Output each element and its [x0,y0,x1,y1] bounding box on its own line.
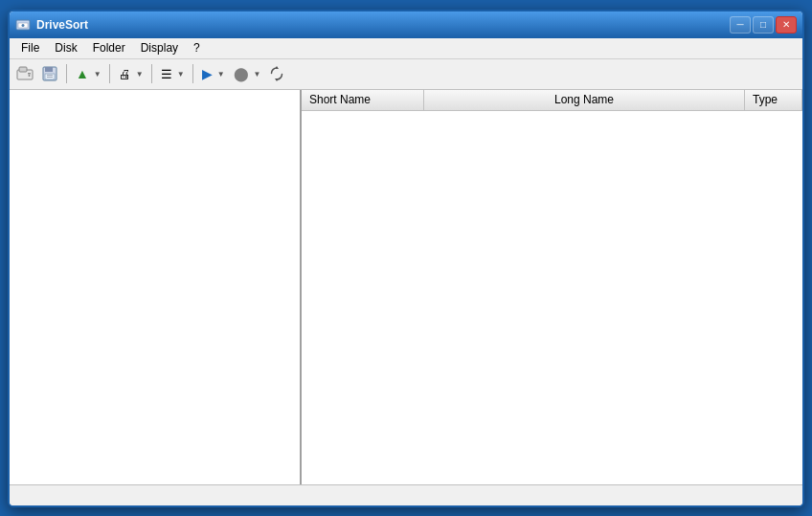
toolbar: ▲ ▼ 🖨 ▼ ☰ ▼ ▶ ▼ ⬤ ▼ [10,59,802,90]
svg-rect-4 [19,67,27,72]
column-header-short-name[interactable]: Short Name [302,90,424,110]
minimize-button[interactable]: ─ [730,16,751,34]
column-header-type[interactable]: Type [745,90,802,110]
view-icon: ☰ [158,67,175,81]
svg-rect-10 [47,75,53,76]
dropdown-arrow-3: ▼ [175,70,187,79]
toolbar-separator-4 [192,64,193,83]
close-button[interactable]: ✕ [776,16,797,34]
refresh-button[interactable] [265,62,288,85]
toolbar-separator-3 [151,64,152,83]
stop-dropdown[interactable]: ⬤ ▼ [230,62,264,85]
toolbar-separator-2 [109,64,110,83]
menu-display[interactable]: Display [133,39,186,56]
menu-disk[interactable]: Disk [47,39,84,56]
dropdown-arrow-4: ▼ [215,70,227,79]
left-panel [10,90,302,484]
export-dropdown[interactable]: 🖨 ▼ [115,62,147,85]
dropdown-arrow-5: ▼ [252,70,263,79]
title-controls: ─ □ ✕ [730,16,797,34]
status-bar [10,484,802,505]
open-drive-button[interactable] [13,62,36,85]
stop-icon: ⬤ [231,66,252,81]
dropdown-arrow-2: ▼ [134,70,146,79]
window-title: DriveSort [36,18,88,32]
menu-file[interactable]: File [13,39,47,56]
play-dropdown[interactable]: ▶ ▼ [198,62,228,85]
title-bar: DriveSort ─ □ ✕ [10,11,802,38]
file-list [302,111,802,484]
column-headers: Short Name Long Name Type [302,90,802,111]
dropdown-arrow-1: ▼ [92,70,103,79]
svg-rect-8 [45,67,53,72]
menu-help[interactable]: ? [186,39,208,56]
svg-point-2 [22,24,25,27]
content-area: Short Name Long Name Type [10,90,802,484]
right-panel: Short Name Long Name Type [302,90,802,484]
column-header-long-name[interactable]: Long Name [424,90,745,110]
maximize-button[interactable]: □ [753,16,774,34]
export-icon: 🖨 [116,67,134,81]
svg-point-6 [29,75,31,77]
svg-rect-11 [47,77,53,78]
nav-up-dropdown[interactable]: ▲ ▼ [72,62,104,85]
save-button[interactable] [38,62,61,85]
menu-bar: File Disk Folder Display ? [10,38,802,59]
toolbar-separator-1 [66,64,67,83]
app-icon [15,17,31,33]
nav-up-icon: ▲ [73,66,92,81]
main-window: DriveSort ─ □ ✕ File Disk Folder Display… [8,10,804,507]
menu-folder[interactable]: Folder [85,39,133,56]
play-icon: ▶ [199,66,215,81]
title-bar-left: DriveSort [15,17,88,33]
view-dropdown[interactable]: ☰ ▼ [157,62,188,85]
svg-rect-5 [28,73,31,75]
